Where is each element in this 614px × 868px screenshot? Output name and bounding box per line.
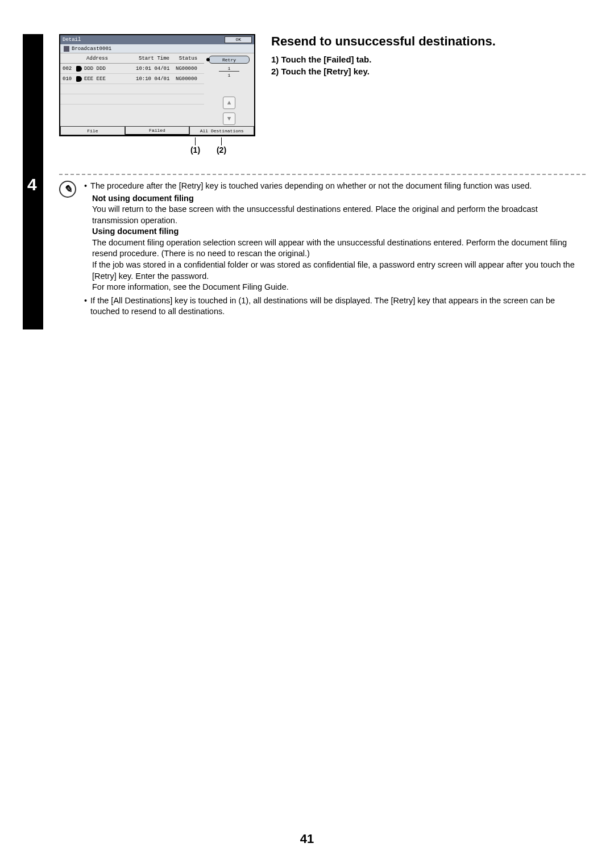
retry-button[interactable]: Retry <box>209 56 250 64</box>
row-number: 002 <box>63 66 76 72</box>
header-status: Status <box>174 56 202 61</box>
row-time: 10:01 04/01 <box>136 66 176 72</box>
row-status: NG00000 <box>176 76 204 82</box>
phone-icon <box>76 66 82 72</box>
callout-2: (2) <box>217 145 226 155</box>
instruction-step-2: 2) Touch the [Retry] key. <box>271 66 586 76</box>
header-start-time: Start Time <box>134 56 174 61</box>
scroll-up-button[interactable]: ▲ <box>223 97 235 109</box>
instruction-step-1: 1) Touch the [Failed] tab. <box>271 55 586 64</box>
note-paragraph-2: The document filing operation selection … <box>92 237 586 260</box>
note-heading-1: Not using document filing <box>92 194 194 203</box>
section-divider <box>59 174 586 175</box>
table-row[interactable]: 002 DDD DDD 10:01 04/01 NG00000 <box>60 64 204 74</box>
tab-all-destinations[interactable]: All Destinations <box>189 126 254 135</box>
page-indicator-bottom: 1 <box>219 73 240 78</box>
note-paragraph-3: If the job was stored in a confidential … <box>92 260 586 282</box>
row-address: DDD DDD <box>84 66 136 72</box>
table-row <box>60 105 204 115</box>
row-number: 010 <box>63 76 76 82</box>
screenshot-panel: Detail OK Broadcast0001 Address Start Ti… <box>59 34 255 155</box>
fax-icon <box>64 46 69 52</box>
page-number: 41 <box>0 832 614 846</box>
scroll-down-button[interactable]: ▼ <box>223 112 235 125</box>
broadcast-row: Broadcast0001 <box>60 44 254 53</box>
note-bullet-1: The procedure after the [Retry] key is t… <box>90 181 532 192</box>
callout-1: (1) <box>190 145 200 155</box>
tab-failed[interactable]: Failed <box>125 126 190 135</box>
table-row[interactable]: 010 EEE EEE 10:10 04/01 NG00000 <box>60 74 204 84</box>
row-time: 10:10 04/01 <box>136 76 176 82</box>
phone-icon <box>76 76 82 82</box>
note-icon: ✎ <box>59 181 76 198</box>
header-address: Address <box>60 56 134 61</box>
callout-dot <box>206 58 210 61</box>
detail-title: Detail <box>63 37 81 43</box>
note-paragraph-1: You will return to the base screen with … <box>92 204 586 226</box>
detail-titlebar: Detail OK <box>60 35 254 44</box>
note-paragraph-4: For more information, see the Document F… <box>92 282 586 293</box>
note-bullet-2: If the [All Destinations] key is touched… <box>90 295 586 318</box>
ok-button[interactable]: OK <box>225 36 252 43</box>
list-headers: Address Start Time Status <box>60 53 204 64</box>
row-status: NG00000 <box>176 66 204 72</box>
chapter-sidebar: 4 <box>23 34 43 329</box>
page-indicator-top: 1 <box>219 66 240 72</box>
row-address: EEE EEE <box>84 76 136 82</box>
table-row <box>60 84 204 94</box>
broadcast-label: Broadcast0001 <box>72 46 111 52</box>
step-number: 4 <box>27 175 37 194</box>
table-row <box>60 94 204 105</box>
note-heading-2: Using document filing <box>92 227 179 236</box>
tab-file[interactable]: File <box>60 126 125 135</box>
instructions-title: Resend to unsuccessful destinations. <box>271 34 586 49</box>
